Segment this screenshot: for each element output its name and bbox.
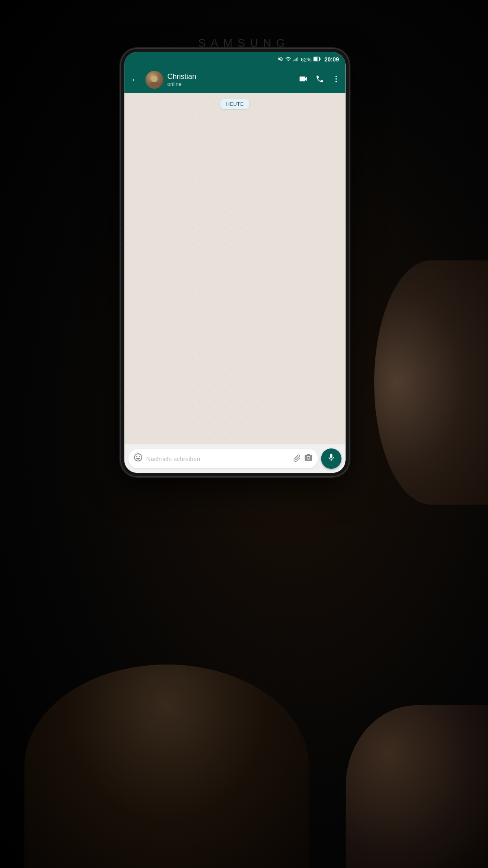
- input-bar: Nachricht schreiben: [124, 444, 346, 473]
- avatar-body: [149, 81, 160, 89]
- message-input[interactable]: Nachricht schreiben: [146, 455, 289, 462]
- hand-bottom-right: [346, 705, 488, 868]
- phone-wrapper: 62% 20:09 ←: [121, 49, 349, 476]
- svg-point-9: [336, 81, 337, 82]
- mic-icon: [327, 453, 336, 464]
- chat-header: ← Christian online: [124, 67, 346, 93]
- camera-button[interactable]: [304, 453, 313, 464]
- svg-point-8: [336, 78, 337, 80]
- contact-name: Christian: [168, 72, 294, 81]
- brand-text: SAMSUNG: [198, 37, 290, 50]
- mic-button[interactable]: [321, 448, 342, 469]
- video-call-icon[interactable]: [298, 74, 308, 86]
- status-icons: 62% 20:09: [278, 56, 339, 63]
- status-time: 20:09: [325, 56, 339, 63]
- avatar-inner: [146, 71, 163, 89]
- svg-rect-2: [296, 58, 297, 61]
- header-actions: [298, 74, 341, 86]
- emoji-button[interactable]: [133, 453, 143, 465]
- chat-pattern: [124, 93, 346, 444]
- battery-icon: [314, 56, 321, 63]
- svg-rect-0: [294, 60, 294, 61]
- attach-button[interactable]: [289, 452, 303, 466]
- phone-body: 62% 20:09 ←: [121, 49, 349, 476]
- date-badge-container: HEUTE: [220, 99, 249, 109]
- mute-icon: [278, 56, 283, 63]
- phone-call-icon[interactable]: [316, 74, 325, 85]
- status-bar: 62% 20:09: [124, 52, 346, 67]
- date-badge: HEUTE: [220, 99, 249, 109]
- svg-rect-5: [320, 58, 320, 60]
- contact-status: online: [168, 81, 294, 87]
- svg-point-7: [336, 75, 337, 77]
- avatar-person: [149, 74, 160, 89]
- avatar[interactable]: [146, 71, 163, 89]
- battery-percent: 62%: [301, 57, 312, 63]
- wifi-icon: [285, 56, 291, 63]
- hand-right: [374, 260, 488, 505]
- phone-screen: 62% 20:09 ←: [124, 52, 346, 473]
- contact-info[interactable]: Christian online: [168, 72, 294, 87]
- avatar-head: [151, 76, 158, 82]
- svg-rect-3: [297, 57, 298, 61]
- signal-icon: [293, 56, 299, 63]
- hand-bottom: [24, 665, 309, 868]
- chat-body[interactable]: HEUTE: [124, 93, 346, 444]
- more-options-icon[interactable]: [332, 74, 341, 85]
- back-button[interactable]: ←: [129, 73, 142, 87]
- message-input-container[interactable]: Nachricht schreiben: [129, 449, 318, 468]
- svg-rect-1: [295, 59, 296, 61]
- svg-rect-6: [314, 57, 318, 61]
